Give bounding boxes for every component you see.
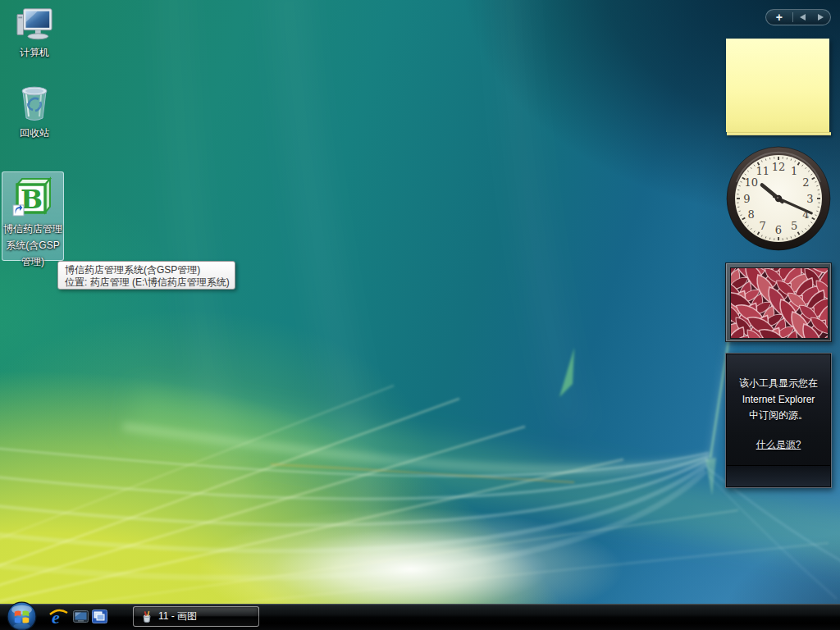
- svg-text:3: 3: [806, 193, 813, 205]
- taskbar: e 11 - 画图: [0, 604, 840, 630]
- tooltip: 博信药店管理系统(含GSP管理) 位置: 药店管理 (E:\博信药店管理系统): [57, 261, 235, 290]
- tooltip-location: 位置: 药店管理 (E:\博信药店管理系统): [65, 276, 228, 289]
- photo-gadget[interactable]: [725, 262, 832, 342]
- note-sheet-edge: [727, 132, 831, 135]
- svg-text:2: 2: [802, 176, 809, 189]
- rss-text-line: Internet Explorer: [726, 392, 831, 409]
- svg-text:10: 10: [744, 176, 758, 189]
- start-button[interactable]: [7, 601, 37, 630]
- desktop-icon-computer[interactable]: 计算机: [3, 5, 66, 58]
- rss-footer: [727, 465, 830, 486]
- svg-text:5: 5: [791, 220, 797, 232]
- svg-text:11: 11: [756, 165, 769, 177]
- desktop-icon-label: 计算机: [3, 47, 66, 58]
- aurora-wallpaper: [0, 0, 840, 604]
- desktop-icon-recycle-bin[interactable]: 回收站: [3, 82, 66, 139]
- quicklaunch-show-desktop[interactable]: [73, 610, 89, 623]
- desktop: 计算机 回收站 B 博信药店管理 系统(含GSP 管理): [0, 0, 840, 604]
- task-button-label: 11 - 画图: [158, 609, 197, 623]
- rss-gadget[interactable]: 该小工具显示您在 Internet Explorer 中订阅的源。 什么是源?: [725, 353, 832, 488]
- paint-icon: [140, 610, 153, 623]
- rss-what-is-feed-link[interactable]: 什么是源?: [756, 437, 801, 454]
- recycle-bin-icon: [16, 82, 53, 123]
- rss-text-line: 该小工具显示您在: [726, 376, 831, 392]
- prev-page-button[interactable]: [793, 14, 812, 21]
- right-arrow-icon: [818, 14, 824, 21]
- computer-icon: [16, 5, 53, 43]
- svg-text:9: 9: [743, 193, 750, 205]
- photo-image: [730, 267, 829, 339]
- taskbar-task-button-paint[interactable]: 11 - 画图: [133, 606, 259, 627]
- app-icon: B: [11, 174, 54, 218]
- quicklaunch-switch-windows[interactable]: [92, 609, 107, 623]
- tooltip-title: 博信药店管理系统(含GSP管理): [65, 264, 228, 276]
- next-page-button[interactable]: [811, 14, 830, 21]
- svg-text:12: 12: [772, 161, 786, 173]
- notes-gadget[interactable]: [726, 39, 829, 132]
- clock-gadget[interactable]: 121234567891011: [725, 145, 832, 252]
- desktop-icon-label: 回收站: [3, 127, 66, 139]
- rss-text-line: 中订阅的源。: [726, 408, 831, 424]
- add-gadget-button[interactable]: +: [766, 10, 792, 25]
- svg-text:8: 8: [748, 208, 755, 221]
- svg-text:1: 1: [791, 165, 797, 177]
- desktop-icon-label: 管理): [2, 253, 63, 270]
- desktop-icon-label: 系统(含GSP: [2, 237, 63, 253]
- left-arrow-icon: [799, 14, 806, 21]
- sidebar-controls: +: [765, 9, 831, 25]
- desktop-icon-app-shortcut[interactable]: B 博信药店管理 系统(含GSP 管理): [2, 171, 64, 261]
- svg-text:6: 6: [775, 224, 782, 236]
- svg-text:7: 7: [760, 220, 766, 232]
- desktop-icon-label: 博信药店管理: [2, 221, 63, 237]
- quicklaunch-internet-explorer[interactable]: e: [49, 608, 68, 627]
